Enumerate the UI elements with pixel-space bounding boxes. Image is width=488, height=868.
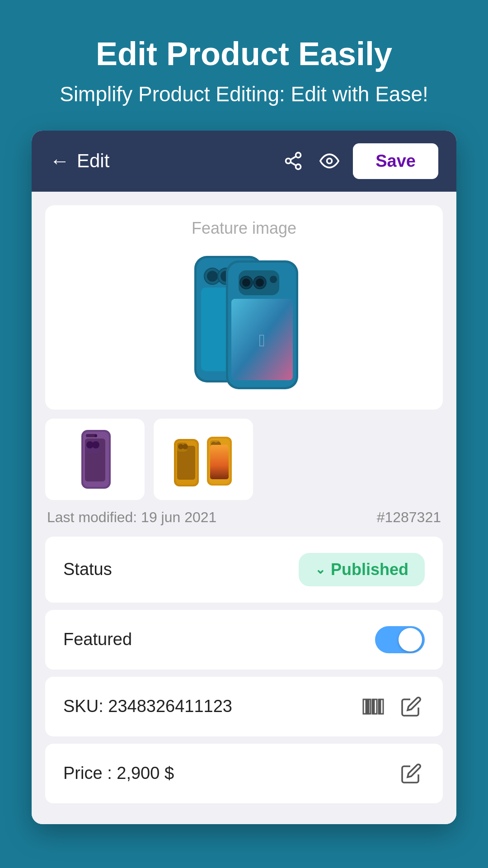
sku-text: SKU: 2348326411123: [63, 697, 360, 716]
product-image-main: : [167, 247, 321, 392]
eye-icon[interactable]: [317, 148, 342, 174]
svg-point-9: [207, 271, 218, 282]
svg-rect-48: [374, 699, 377, 714]
price-text: Price : 2,900 $: [63, 764, 398, 783]
app-header: ← Edit Save: [32, 131, 456, 192]
svg-point-20: [270, 276, 277, 283]
sku-row: SKU: 2348326411123: [45, 677, 443, 736]
svg-point-30: [92, 441, 99, 448]
content-area: Feature image: [32, 192, 456, 824]
iphone-illustration: : [167, 247, 321, 392]
featured-label: Featured: [63, 630, 375, 649]
thumbnail-row: [45, 419, 443, 500]
svg-line-4: [291, 156, 296, 160]
feature-image-card[interactable]: Feature image: [45, 205, 443, 410]
back-button[interactable]: ← Edit: [50, 150, 109, 172]
svg-point-0: [296, 153, 301, 158]
toggle-thumb: [399, 628, 422, 651]
hero-section: Edit Product Easily Simplify Product Edi…: [0, 0, 488, 131]
svg-point-36: [183, 444, 188, 449]
barcode-icon[interactable]: [360, 693, 387, 720]
svg-rect-49: [379, 699, 380, 714]
featured-toggle[interactable]: [375, 626, 425, 653]
meta-row: Last modified: 19 jun 2021 #1287321: [45, 509, 443, 526]
svg-point-5: [327, 159, 332, 164]
back-arrow-icon: ←: [50, 150, 70, 172]
price-card: Price : 2,900 $: [45, 744, 443, 803]
thumbnail-gold-phones: [167, 428, 239, 491]
svg-line-3: [291, 162, 296, 165]
status-card: Status ⌄ Published: [45, 537, 443, 603]
feature-image-label: Feature image: [192, 219, 296, 238]
svg-point-17: [242, 278, 250, 287]
svg-point-2: [296, 165, 301, 170]
thumbnail-2[interactable]: [154, 419, 253, 500]
svg-rect-45: [367, 699, 368, 714]
share-icon[interactable]: [281, 148, 306, 174]
svg-point-19: [256, 278, 264, 287]
status-row: Status ⌄ Published: [45, 537, 443, 603]
status-label: Status: [63, 560, 299, 579]
header-title: Edit: [77, 150, 109, 172]
svg-rect-43: [210, 445, 229, 479]
svg-text:: : [259, 331, 265, 350]
sku-card: SKU: 2348326411123: [45, 677, 443, 736]
svg-rect-46: [369, 699, 371, 714]
price-row: Price : 2,900 $: [45, 744, 443, 803]
save-button[interactable]: Save: [353, 143, 438, 179]
edit-sku-icon[interactable]: [398, 693, 425, 720]
sku-actions: [360, 693, 425, 720]
edit-price-icon[interactable]: [398, 760, 425, 787]
svg-point-1: [286, 159, 291, 164]
svg-rect-44: [363, 699, 366, 714]
thumbnail-purple-phone: [68, 428, 122, 491]
product-id: #1287321: [377, 509, 441, 526]
hero-title: Edit Product Easily: [27, 36, 461, 72]
chevron-down-icon: ⌄: [315, 562, 325, 577]
svg-point-27: [94, 434, 97, 437]
featured-row: Featured: [45, 610, 443, 670]
hero-subtitle: Simplify Product Editing: Edit with Ease…: [27, 81, 461, 108]
thumbnail-1[interactable]: [45, 419, 145, 500]
featured-card: Featured: [45, 610, 443, 670]
app-container: ← Edit Save Feature image: [32, 131, 456, 824]
svg-rect-50: [380, 699, 383, 714]
last-modified: Last modified: 19 jun 2021: [47, 509, 216, 526]
svg-rect-47: [372, 699, 373, 714]
status-value: Published: [331, 560, 408, 579]
status-badge[interactable]: ⌄ Published: [299, 553, 425, 586]
